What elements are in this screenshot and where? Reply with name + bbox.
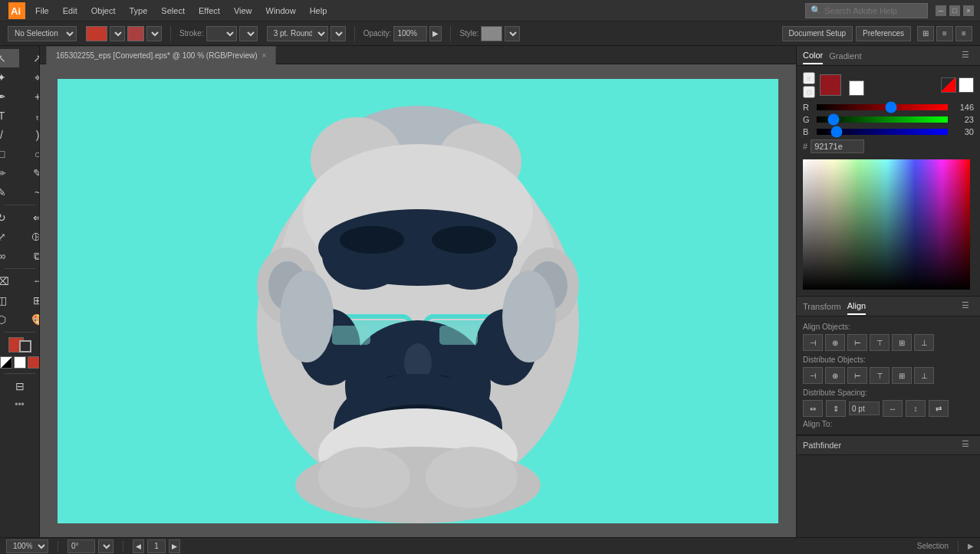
reflect-tool[interactable]: ⇔ xyxy=(20,208,40,227)
gradient-tab[interactable]: Gradient xyxy=(829,48,861,64)
color-panel-options[interactable]: ☰ xyxy=(962,50,974,62)
minimize-btn[interactable]: ─ xyxy=(936,5,946,16)
search-box[interactable]: 🔍 xyxy=(805,3,928,18)
dist-left-btn[interactable]: ⊣ xyxy=(803,367,823,384)
transform-tab[interactable]: Transform xyxy=(803,299,841,314)
dist-spacing-h-btn[interactable]: ⇔ xyxy=(803,400,823,417)
color-gradient-picker[interactable] xyxy=(803,159,970,290)
fill-color[interactable] xyxy=(86,26,107,41)
tab-close-btn[interactable]: × xyxy=(262,51,267,60)
r-slider[interactable] xyxy=(817,104,948,110)
align-right-btn[interactable]: ⊢ xyxy=(847,334,867,351)
pathfinder-header[interactable]: Pathfinder ☰ xyxy=(797,435,980,455)
hex-input[interactable] xyxy=(811,139,864,153)
arrange-btn[interactable]: ⊞ xyxy=(917,26,934,41)
gradient-tool[interactable]: ◫ xyxy=(0,291,19,310)
zoom-select[interactable]: 100% xyxy=(6,539,48,553)
style-swatch[interactable] xyxy=(481,26,502,41)
style-dropdown[interactable] xyxy=(505,26,520,41)
shear-tool[interactable]: ⌱ xyxy=(20,228,40,246)
menu-effect[interactable]: Effect xyxy=(192,3,226,18)
angle-select[interactable] xyxy=(98,539,113,553)
align-center-h-btn[interactable]: ⊕ xyxy=(825,334,845,351)
artboard-input[interactable] xyxy=(147,539,166,553)
search-input[interactable] xyxy=(824,6,916,15)
align-left-btn[interactable]: ⊣ xyxy=(803,334,823,351)
stroke-dropdown[interactable] xyxy=(146,26,162,41)
lasso-tool[interactable]: ⌖ xyxy=(20,68,40,87)
arc-tool[interactable]: ) xyxy=(20,126,40,144)
align-top-btn[interactable]: ≡ xyxy=(936,26,953,41)
align-panel-options[interactable]: ☰ xyxy=(962,300,974,313)
dist-spacing-input[interactable] xyxy=(849,402,880,415)
line-tool[interactable]: / xyxy=(0,126,19,144)
stroke-type-select[interactable] xyxy=(239,26,258,41)
stroke-color[interactable] xyxy=(127,26,144,41)
more-btn[interactable]: ≡ xyxy=(955,26,972,41)
align-center-v-btn[interactable]: ⊞ xyxy=(892,334,912,351)
close-btn[interactable]: × xyxy=(963,5,974,16)
background-color-swatch[interactable] xyxy=(849,80,864,96)
dist-spacing-apply-h[interactable]: ↔ xyxy=(883,400,903,417)
color-fill-icon[interactable] xyxy=(28,356,40,369)
ellipse-tool[interactable]: ○ xyxy=(20,145,40,163)
dist-center-h-btn[interactable]: ⊕ xyxy=(825,367,845,384)
pencil-tool[interactable]: ✎ xyxy=(0,183,19,202)
stroke-weight-select[interactable]: 3 pt. Round xyxy=(267,26,328,41)
document-tab[interactable]: 165302255_eps [Converted].eps* @ 100 % (… xyxy=(46,46,276,64)
color-tab[interactable]: Color xyxy=(803,48,823,64)
white-fill-icon[interactable] xyxy=(14,356,26,369)
align-top-btn[interactable]: ⊤ xyxy=(870,334,890,351)
opacity-input[interactable] xyxy=(393,26,427,41)
white-color-icon[interactable] xyxy=(959,77,974,93)
dist-spacing-v-btn[interactable]: ⇕ xyxy=(826,400,846,417)
fill-dropdown[interactable] xyxy=(110,26,125,41)
stroke-weight-input[interactable] xyxy=(206,26,237,41)
g-slider[interactable] xyxy=(817,116,948,123)
eyedropper-tool[interactable]: ⌫ xyxy=(0,272,19,290)
rotate-tool[interactable]: ↻ xyxy=(0,208,19,227)
magic-wand-tool[interactable]: ✦ xyxy=(0,68,19,87)
color-mode-hsb[interactable]: ⊙ xyxy=(803,86,815,98)
direct-selection-tool[interactable]: ↗ xyxy=(20,49,40,67)
mesh-tool[interactable]: ⊞ xyxy=(20,291,40,310)
menu-select[interactable]: Select xyxy=(155,3,191,18)
maximize-btn[interactable]: □ xyxy=(949,5,960,16)
scale-tool[interactable]: ⤢ xyxy=(0,228,19,246)
menu-help[interactable]: Help xyxy=(304,3,334,18)
blob-tool[interactable]: ✎ xyxy=(20,164,40,182)
next-artboard-btn[interactable]: ▶ xyxy=(169,539,180,553)
dist-spacing-apply-v[interactable]: ↕ xyxy=(906,400,926,417)
paintbrush-tool[interactable]: ✏ xyxy=(0,164,19,182)
menu-window[interactable]: Window xyxy=(260,3,302,18)
type-tool[interactable]: T xyxy=(0,107,19,125)
vertical-type-tool[interactable]: ₜ xyxy=(20,107,40,125)
opacity-expand[interactable]: ▶ xyxy=(429,26,442,41)
dist-right-btn[interactable]: ⊢ xyxy=(847,367,867,384)
foreground-color-swatch[interactable] xyxy=(820,74,841,96)
menu-edit[interactable]: Edit xyxy=(57,3,84,18)
dist-top-btn[interactable]: ⊤ xyxy=(870,367,890,384)
color-mode-rgb[interactable]: ≡ xyxy=(803,72,815,84)
pen-tool[interactable]: ✒ xyxy=(0,87,19,106)
dist-center-v-btn[interactable]: ⊞ xyxy=(892,367,912,384)
measure-tool[interactable]: ╌ xyxy=(20,272,40,290)
dist-spacing-extra[interactable]: ⇄ xyxy=(929,400,949,417)
add-anchor-tool[interactable]: + xyxy=(20,87,40,106)
doc-setup-btn[interactable]: Document Setup xyxy=(782,26,853,41)
align-tab[interactable]: Align xyxy=(847,298,866,315)
selection-dropdown[interactable]: No Selection xyxy=(8,26,77,41)
stroke-indicator[interactable] xyxy=(19,340,31,352)
preferences-btn[interactable]: Preferences xyxy=(856,26,911,41)
dist-bottom-btn[interactable]: ⊥ xyxy=(914,367,934,384)
menu-file[interactable]: File xyxy=(29,3,55,18)
free-transform-tool[interactable]: ⧉ xyxy=(20,247,40,265)
smooth-tool[interactable]: ~ xyxy=(20,183,40,202)
b-slider[interactable] xyxy=(817,129,948,135)
selection-tool[interactable]: ↖ xyxy=(0,49,19,67)
pathfinder-options[interactable]: ☰ xyxy=(962,439,974,451)
menu-object[interactable]: Object xyxy=(85,3,122,18)
menu-view[interactable]: View xyxy=(228,3,258,18)
shape-builder-tool[interactable]: ⬡ xyxy=(0,310,19,329)
no-color-icon[interactable] xyxy=(941,77,956,93)
